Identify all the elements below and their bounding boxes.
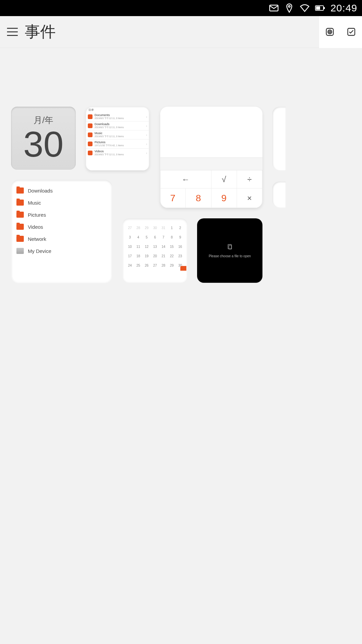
files-lg-row[interactable]: My Device [14,245,109,257]
calc-9-key[interactable]: 9 [212,189,237,208]
calendar-cell[interactable]: 27 [126,223,134,232]
calendar-cell[interactable]: 16 [176,242,184,251]
partial-card-2[interactable] [272,181,286,208]
file-name: Documents [95,113,146,117]
calendar-cell[interactable]: 18 [134,251,142,261]
folder-icon [88,142,93,146]
file-name: Pictures [95,141,146,144]
chevron-right-icon: › [146,124,147,128]
folder-icon [88,151,93,155]
calendar-cell[interactable]: 7 [159,232,168,242]
calendar-cell[interactable]: 25 [134,261,142,270]
file-name: Downloads [95,122,146,126]
partial-card-1[interactable] [272,107,286,170]
calendar-cell[interactable]: 21 [159,251,168,261]
calc-8-key[interactable]: 8 [186,189,211,208]
calendar-cell[interactable]: 20 [151,251,159,261]
files-lg-row[interactable]: Videos [14,221,109,233]
calendar-cell[interactable]: 31 [159,223,168,232]
file-name: Downloads [28,188,53,194]
calendar-cell[interactable]: 8 [168,232,176,242]
folder-icon [88,114,93,119]
calendar-cell[interactable]: 13 [151,242,159,251]
files-lg-row[interactable]: Downloads [14,184,109,197]
chevron-right-icon: › [146,142,147,146]
files-sm-row[interactable]: Documents2019/8/3 下午12:11, 0 items› [86,112,149,121]
calendar-cell[interactable]: 26 [142,261,151,270]
document-icon [227,244,233,250]
folder-icon [16,200,24,206]
file-browser-thumb[interactable]: DownloadsMusicPicturesVideosNetworkMy De… [11,180,112,283]
calc-keypad: ← √ ÷ 7 8 9 × [160,170,262,208]
svg-rect-3 [324,7,325,9]
header-actions [319,16,362,48]
file-name: Network [28,236,46,242]
calendar-cell[interactable]: 29 [142,223,151,232]
chevron-right-icon: › [146,151,147,155]
calc-sqrt-key[interactable]: √ [212,170,237,189]
files-lg-row[interactable]: Pictures [14,209,109,221]
calendar-cell[interactable]: 27 [151,261,159,270]
calendar-cell[interactable]: 19 [142,251,151,261]
calendar-cell[interactable]: 12 [142,242,151,251]
files-sm-row[interactable]: Videos2019/8/3 下午12:11, 0 items› [86,148,149,157]
clock-text: 20:49 [330,2,357,14]
calendar-cell[interactable]: 29 [168,261,176,270]
folder-icon [88,123,93,128]
calc-backspace-key[interactable]: ← [160,170,212,189]
file-meta: 2019/8/3 下午12:11, 0 items [95,117,146,120]
select-button[interactable] [341,16,362,48]
calendar-cell[interactable]: 9 [176,232,184,242]
calendar-cell[interactable]: 24 [126,261,134,270]
calendar-cell[interactable]: 28 [159,261,168,270]
calendar-cell[interactable]: 30 [176,261,184,270]
calendar-cell[interactable]: 17 [126,251,134,261]
calendar-cell[interactable]: 10 [126,242,134,251]
calendar-day-card[interactable]: 月/年 30 [11,107,76,170]
svg-point-1 [288,6,290,7]
calc-divide-key[interactable]: ÷ [237,170,262,189]
calendar-cell[interactable]: 5 [142,232,151,242]
files-sm-row[interactable]: Music2019/8/3 下午12:11, 0 items› [86,130,149,139]
calendar-cell[interactable]: 1 [168,223,176,232]
month-calendar-thumb[interactable]: 2728293031123456789101112131415161718192… [122,218,188,283]
calendar-cell[interactable]: 4 [134,232,142,242]
month-grid: 2728293031123456789101112131415161718192… [126,223,184,270]
files-lg-row[interactable]: Network [14,233,109,245]
folder-icon [88,132,93,137]
calendar-cell[interactable]: 2 [176,223,184,232]
battery-icon [315,3,325,13]
file-meta: 2019/8/3 下午12:11, 0 items [95,126,146,129]
calendar-cell[interactable]: 6 [151,232,159,242]
calendar-cell[interactable]: 15 [168,242,176,251]
calendar-cell[interactable]: 23 [176,251,184,261]
calendar-cell[interactable]: 30 [151,223,159,232]
calendar-cell[interactable]: 22 [168,251,176,261]
file-meta: 2019/8/3 下午12:11, 0 items [95,135,146,138]
menu-button[interactable] [0,16,25,48]
file-meta: 2019/8/3 下午12:11, 0 items [95,153,146,156]
files-sm-header: 目录 [86,107,149,112]
file-name: Music [95,131,146,135]
files-sm-row[interactable]: Pictures1971/1/30 下午6:42, 1 items› [86,139,149,148]
app-header: 事件 [0,16,362,48]
folder-icon [16,212,24,218]
camera-button[interactable] [319,16,341,48]
calendar-cell[interactable]: 14 [159,242,168,251]
document-viewer-thumb[interactable]: Please choose a file to open [197,218,262,283]
calendar-cell[interactable]: 28 [134,223,142,232]
folder-icon [16,187,24,194]
calculator-thumb[interactable]: ← √ ÷ 7 8 9 × [160,107,262,208]
calc-7-key[interactable]: 7 [160,189,186,208]
svg-rect-8 [326,29,334,36]
location-icon [284,3,294,13]
file-manager-thumb[interactable]: 目录 Documents2019/8/3 下午12:11, 0 items›Do… [86,107,149,170]
chevron-right-icon: › [146,115,147,119]
files-lg-row[interactable]: Music [14,197,109,209]
file-name: Pictures [28,212,46,218]
calendar-cell[interactable]: 11 [134,242,142,251]
files-sm-row[interactable]: Downloads2019/8/3 下午12:11, 0 items› [86,121,149,130]
calendar-cell[interactable]: 3 [126,232,134,242]
folder-icon [16,236,24,242]
calc-multiply-key[interactable]: × [237,189,262,208]
